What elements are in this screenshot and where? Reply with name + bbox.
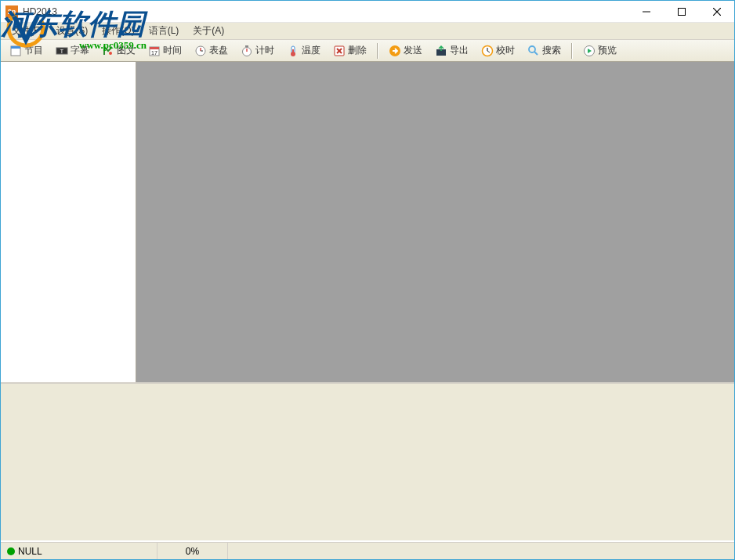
status-connection-text: NULL bbox=[18, 546, 42, 557]
temperature-button[interactable]: 温度 bbox=[281, 42, 326, 60]
subtitle-icon: T bbox=[56, 45, 68, 57]
toolbar-label: 计时 bbox=[255, 44, 274, 57]
export-button[interactable]: 导出 bbox=[429, 42, 474, 60]
program-icon bbox=[9, 45, 22, 57]
graphic-icon bbox=[102, 45, 114, 57]
search-button[interactable]: 搜索 bbox=[522, 42, 567, 60]
menu-language[interactable]: 语言(L) bbox=[143, 23, 186, 39]
main-area bbox=[1, 62, 734, 384]
svg-rect-6 bbox=[11, 46, 20, 49]
delete-icon bbox=[333, 45, 346, 57]
status-progress-text: 0% bbox=[186, 546, 199, 557]
toolbar-label: 发送 bbox=[404, 44, 422, 57]
window-controls bbox=[628, 1, 734, 23]
toolbar-label: 温度 bbox=[302, 44, 320, 57]
svg-point-9 bbox=[109, 52, 112, 55]
svg-text:T: T bbox=[60, 49, 64, 54]
close-icon bbox=[713, 8, 721, 16]
toolbar-separator bbox=[571, 43, 573, 59]
svg-rect-11 bbox=[150, 47, 159, 49]
minimize-icon bbox=[643, 8, 650, 16]
time-button[interactable]: 17 时间 bbox=[143, 42, 187, 60]
menu-operation[interactable]: 操作(O) bbox=[96, 23, 140, 39]
toolbar-label: 图文 bbox=[117, 44, 136, 57]
minimize-button[interactable] bbox=[628, 1, 664, 23]
app-icon: 2n bbox=[5, 5, 18, 18]
toolbar-label: 节目 bbox=[24, 44, 43, 57]
calendar-icon: 17 bbox=[148, 45, 161, 57]
toolbar-label: 导出 bbox=[450, 44, 469, 57]
maximize-button[interactable] bbox=[664, 1, 699, 23]
clock-dial-icon bbox=[194, 45, 207, 57]
search-icon bbox=[527, 45, 540, 57]
toolbar-label: 搜索 bbox=[542, 44, 561, 57]
toolbar-label: 预览 bbox=[598, 44, 617, 57]
toolbar-label: 时间 bbox=[163, 44, 182, 57]
dial-button[interactable]: 表盘 bbox=[189, 42, 234, 60]
toolbar-label: 删除 bbox=[348, 44, 367, 57]
close-button[interactable] bbox=[699, 1, 734, 23]
toolbar-label: 校时 bbox=[496, 44, 515, 57]
tree-panel[interactable] bbox=[1, 62, 136, 382]
svg-point-30 bbox=[529, 46, 535, 52]
status-dot-icon bbox=[7, 547, 15, 555]
toolbar-label: 字幕 bbox=[71, 44, 89, 57]
send-icon bbox=[389, 45, 401, 57]
status-bar: NULL 0% bbox=[1, 542, 734, 559]
graphic-button[interactable]: 图文 bbox=[96, 42, 141, 60]
export-icon bbox=[435, 45, 447, 57]
properties-panel bbox=[1, 384, 734, 540]
menu-bar: 文件(F) 设置(S) 操作(O) 语言(L) 关于(A) bbox=[1, 23, 734, 40]
svg-rect-21 bbox=[292, 49, 294, 54]
title-bar: 2n HD2013 bbox=[1, 1, 734, 23]
toolbar-separator bbox=[377, 43, 378, 59]
menu-about[interactable]: 关于(A) bbox=[186, 23, 230, 39]
status-connection: NULL bbox=[1, 543, 158, 559]
window-title: HD2013 bbox=[23, 6, 57, 17]
toolbar: 节目 T 字幕 图文 17 时间 表盘 计时 温度 删除 发送 导出 校时 bbox=[1, 40, 734, 62]
timer-button[interactable]: 计时 bbox=[235, 42, 280, 60]
clock-icon bbox=[481, 45, 494, 57]
play-icon bbox=[583, 45, 596, 57]
canvas-panel[interactable] bbox=[136, 62, 734, 382]
delete-button[interactable]: 删除 bbox=[328, 42, 372, 60]
preview-button[interactable]: 预览 bbox=[578, 42, 622, 60]
stopwatch-icon bbox=[241, 45, 253, 57]
thermometer-icon bbox=[287, 45, 299, 57]
calibrate-button[interactable]: 校时 bbox=[476, 42, 520, 60]
maximize-icon bbox=[678, 8, 686, 16]
status-progress: 0% bbox=[158, 543, 228, 559]
subtitle-button[interactable]: T 字幕 bbox=[50, 42, 95, 60]
send-button[interactable]: 发送 bbox=[383, 42, 428, 60]
program-button[interactable]: 节目 bbox=[4, 42, 49, 60]
menu-file[interactable]: 文件(F) bbox=[5, 23, 49, 39]
svg-line-31 bbox=[534, 52, 538, 55]
toolbar-label: 表盘 bbox=[209, 44, 228, 57]
svg-rect-17 bbox=[245, 45, 248, 47]
svg-text:17: 17 bbox=[151, 50, 158, 56]
svg-rect-2 bbox=[678, 8, 685, 15]
menu-settings[interactable]: 设置(S) bbox=[50, 23, 94, 39]
